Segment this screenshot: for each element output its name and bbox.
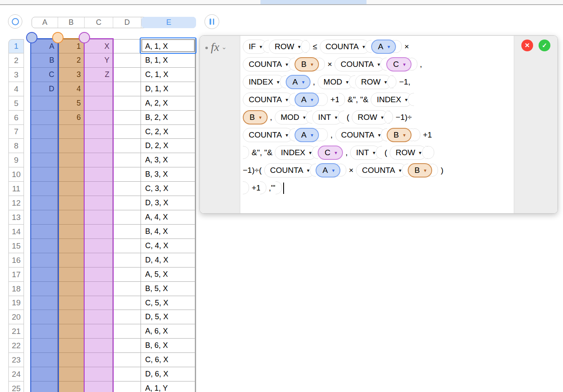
cell-E17[interactable]: A, 5, X: [141, 268, 195, 282]
cell-E3[interactable]: C, 1, X: [141, 68, 195, 82]
cell-C14[interactable]: [84, 225, 113, 239]
cell-E22[interactable]: B, 6, X: [141, 339, 195, 353]
cell-D6[interactable]: [113, 111, 141, 125]
cell-B2[interactable]: 2: [58, 53, 84, 68]
cell-A16[interactable]: [31, 253, 58, 268]
cell-C23[interactable]: [84, 353, 113, 367]
cell-A12[interactable]: [31, 196, 58, 210]
cell-E10[interactable]: B, 3, X: [141, 167, 195, 182]
formula-ref-C[interactable]: C▼: [318, 146, 343, 160]
formula-token-row[interactable]: ROW▼: [269, 40, 305, 54]
row-header-12[interactable]: 12: [8, 196, 24, 210]
cell-A13[interactable]: [31, 210, 58, 225]
row-header-14[interactable]: 14: [8, 225, 24, 239]
formula-ref-A[interactable]: A▼: [295, 93, 319, 107]
cell-E9[interactable]: A, 3, X: [141, 153, 195, 167]
cell-A10[interactable]: [31, 167, 58, 182]
cell-C16[interactable]: [84, 253, 113, 268]
cell-D25[interactable]: [113, 381, 141, 392]
cell-C7[interactable]: [84, 125, 113, 139]
formula-ref-B[interactable]: B▼: [408, 163, 433, 177]
chevron-down-icon[interactable]: ⌄: [221, 43, 227, 51]
cell-E5[interactable]: A, 2, X: [141, 96, 195, 111]
cell-A23[interactable]: [31, 353, 58, 367]
row-header-21[interactable]: 21: [8, 324, 24, 339]
row-header-6[interactable]: 6: [8, 111, 24, 125]
cell-C19[interactable]: [84, 296, 113, 310]
col-header-A[interactable]: A: [32, 17, 58, 28]
cell-C15[interactable]: [84, 239, 113, 253]
cell-B17[interactable]: [58, 268, 84, 282]
cell-B24[interactable]: [58, 367, 84, 381]
formula-token-counta[interactable]: COUNTA▼: [264, 163, 315, 177]
cell-C4[interactable]: [84, 82, 113, 96]
cell-D4[interactable]: [113, 82, 141, 96]
cell-C9[interactable]: [84, 153, 113, 167]
cell-B15[interactable]: [58, 239, 84, 253]
cell-A17[interactable]: [31, 268, 58, 282]
cell-D21[interactable]: [113, 324, 141, 339]
cell-B19[interactable]: [58, 296, 84, 310]
cell-B10[interactable]: [58, 167, 84, 182]
cell-D18[interactable]: [113, 282, 141, 296]
cell-B16[interactable]: [58, 253, 84, 268]
range-handle-c[interactable]: [79, 32, 90, 43]
formula-token-index[interactable]: INDEX▼: [243, 75, 284, 89]
formula-token-counta[interactable]: COUNTA▼: [320, 40, 370, 54]
formula-token-area[interactable]: IF▼ROW▼≤COUNTA▼A▼×COUNTA▼B▼×COUNTA▼C▼,IN…: [240, 36, 515, 213]
cell-A8[interactable]: [31, 139, 58, 153]
row-header-1[interactable]: 1: [8, 39, 24, 53]
cell-D23[interactable]: [113, 353, 141, 367]
cell-E15[interactable]: C, 4, X: [141, 239, 195, 253]
formula-token-index[interactable]: INDEX▼: [371, 93, 412, 107]
row-header-7[interactable]: 7: [8, 125, 24, 139]
range-handle-b[interactable]: [52, 32, 64, 43]
row-header-9[interactable]: 9: [8, 153, 24, 167]
row-header-25[interactable]: 25: [8, 381, 24, 392]
cell-D7[interactable]: [113, 125, 141, 139]
cell-D24[interactable]: [113, 367, 141, 381]
cell-C6[interactable]: [84, 111, 113, 125]
cell-C10[interactable]: [84, 167, 113, 182]
cell-E18[interactable]: B, 5, X: [141, 282, 195, 296]
cell-D20[interactable]: [113, 310, 141, 324]
cell-E8[interactable]: D, 2, X: [141, 139, 195, 153]
row-header-2[interactable]: 2: [8, 53, 24, 68]
cell-D1[interactable]: [113, 39, 141, 53]
cell-B7[interactable]: [58, 125, 84, 139]
cell-E25[interactable]: A, 1, Y: [141, 381, 195, 392]
cell-D8[interactable]: [113, 139, 141, 153]
cell-B23[interactable]: [58, 353, 84, 367]
formula-ref-B[interactable]: B▼: [243, 110, 268, 124]
col-header-E[interactable]: E: [141, 17, 196, 28]
formula-token-counta[interactable]: COUNTA▼: [243, 128, 293, 142]
cell-B25[interactable]: [58, 381, 84, 392]
cell-A2[interactable]: B: [31, 53, 58, 68]
cell-D14[interactable]: [113, 225, 141, 239]
cell-D3[interactable]: [113, 68, 141, 82]
cell-A15[interactable]: [31, 239, 58, 253]
cell-E1[interactable]: A, 1, X: [141, 39, 195, 53]
cell-C17[interactable]: [84, 268, 113, 282]
row-header-18[interactable]: 18: [8, 282, 24, 296]
cell-E4[interactable]: D, 1, X: [141, 82, 195, 96]
cell-A20[interactable]: [31, 310, 58, 324]
cell-B12[interactable]: [58, 196, 84, 210]
cell-C8[interactable]: [84, 139, 113, 153]
cell-C22[interactable]: [84, 339, 113, 353]
col-header-C[interactable]: C: [85, 17, 113, 28]
cell-A21[interactable]: [31, 324, 58, 339]
col-header-D[interactable]: D: [113, 17, 141, 28]
add-column-handle-button[interactable]: [204, 14, 219, 29]
row-header-11[interactable]: 11: [8, 182, 24, 196]
row-header-13[interactable]: 13: [8, 210, 24, 225]
cell-C24[interactable]: [84, 367, 113, 381]
cell-A14[interactable]: [31, 225, 58, 239]
cell-E6[interactable]: B, 2, X: [141, 111, 195, 125]
cell-B20[interactable]: [58, 310, 84, 324]
cell-B18[interactable]: [58, 282, 84, 296]
cell-E19[interactable]: C, 5, X: [141, 296, 195, 310]
formula-token-counta[interactable]: COUNTA▼: [243, 93, 293, 107]
cell-D19[interactable]: [113, 296, 141, 310]
formula-ref-B[interactable]: B▼: [387, 128, 412, 142]
